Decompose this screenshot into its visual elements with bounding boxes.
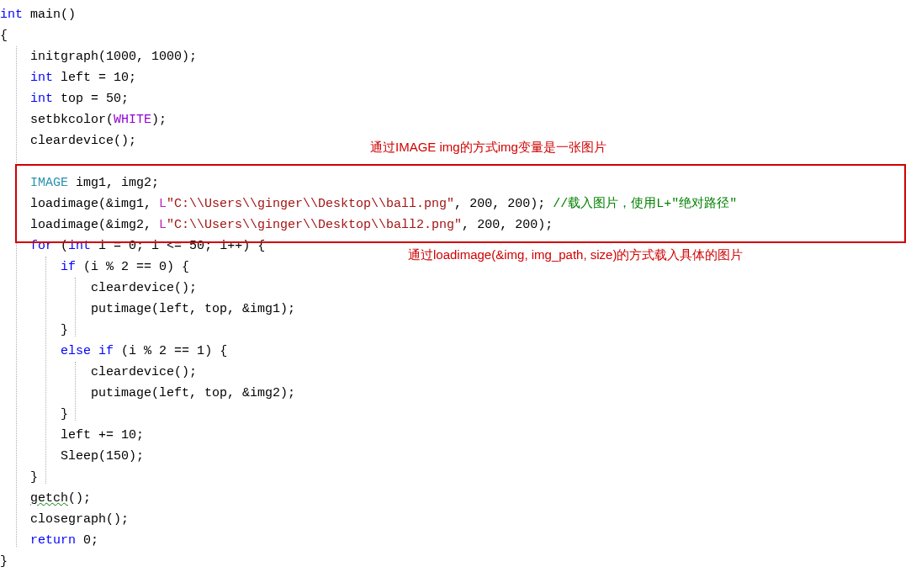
number: 200: [469, 197, 492, 211]
text: ;: [129, 71, 136, 85]
brace: {: [0, 29, 8, 43]
text: [91, 344, 98, 358]
number: 200: [507, 197, 530, 211]
indent-guide: [45, 257, 46, 484]
number: 1000: [151, 50, 182, 64]
number: 10: [114, 71, 129, 85]
code-line: int main(): [0, 4, 911, 25]
code-line: cleardevice();: [0, 278, 911, 299]
number: 50: [189, 239, 204, 253]
keyword: int: [30, 71, 53, 85]
text: );: [151, 113, 167, 127]
code-line: getch();: [0, 488, 911, 509]
text: (: [53, 239, 68, 253]
text: (i %: [114, 344, 159, 358]
brace: }: [0, 554, 8, 569]
text: [0, 239, 30, 253]
code-line: else if (i % 2 == 1) {: [0, 341, 911, 362]
code-line: {: [0, 25, 911, 46]
keyword: for: [30, 239, 53, 253]
text: putimage(left, top, &img1);: [0, 302, 295, 316]
text: i =: [91, 239, 129, 253]
text: [0, 92, 30, 106]
text: ,: [500, 218, 515, 232]
code-line: return 0;: [0, 530, 911, 551]
text: (): [61, 8, 76, 22]
text: [0, 533, 30, 548]
text: }: [0, 470, 38, 485]
text: cleardevice();: [0, 365, 197, 379]
code-block: int main() { initgraph(1000, 1000); int …: [0, 0, 911, 576]
constant: WHITE: [114, 113, 151, 127]
string-prefix: L: [159, 218, 167, 232]
text: ,: [492, 197, 507, 211]
number: 200: [515, 218, 538, 232]
indent-guide: [75, 362, 76, 421]
code-line: }: [0, 551, 911, 572]
code-line: int top = 50;: [0, 88, 911, 109]
indent-guide: [16, 46, 17, 547]
text: );: [538, 218, 553, 232]
string: "C:\\Users\\ginger\\Desktop\\ball2.png": [167, 218, 462, 232]
keyword: if: [98, 344, 114, 358]
code-line: }: [0, 320, 911, 341]
code-line: IMAGE img1, img2;: [0, 172, 911, 193]
number: 10: [121, 428, 136, 442]
string-prefix: L: [159, 197, 167, 211]
keyword: int: [68, 239, 91, 253]
text: [0, 491, 30, 506]
text: cleardevice();: [0, 134, 136, 148]
text: );: [129, 449, 144, 464]
text: top =: [53, 92, 106, 106]
text: ();: [68, 491, 91, 506]
text: (i %: [76, 260, 121, 274]
code-line: setbkcolor(WHITE);: [0, 109, 911, 130]
text: ) {: [167, 260, 189, 274]
text: }: [0, 407, 68, 421]
indent-guide: [75, 278, 76, 336]
text: ,: [454, 197, 469, 211]
number: 0: [129, 239, 136, 253]
type: IMAGE: [30, 176, 68, 190]
text: );: [182, 50, 197, 64]
text: img1, img2;: [68, 176, 159, 190]
number: 1: [197, 344, 204, 358]
comment: //载入图片，使用L+"绝对路径": [553, 197, 737, 211]
text: }: [0, 323, 68, 337]
string: "C:\\Users\\ginger\\Desktop\\ball.png": [167, 197, 454, 211]
code-line: }: [0, 467, 911, 488]
text: [0, 344, 61, 358]
number: 1000: [106, 50, 136, 64]
annotation-top: 通过IMAGE img的方式img变量是一张图片: [370, 136, 606, 157]
code-line: loadimage(&img2, L"C:\\Users\\ginger\\De…: [0, 215, 911, 236]
number: 2: [121, 260, 129, 274]
text: ;: [91, 533, 98, 548]
text: [0, 260, 61, 274]
text: closegraph();: [0, 512, 129, 527]
text: ;: [136, 428, 144, 442]
text: ==: [167, 344, 197, 358]
code-line: }: [0, 404, 911, 425]
text: setbkcolor(: [0, 113, 114, 127]
code-line: left += 10;: [0, 425, 911, 446]
code-line: putimage(left, top, &img1);: [0, 299, 911, 320]
text: left =: [53, 71, 114, 85]
annotation-bottom: 通过loadimage(&img, img_path, size)的方式载入具体…: [408, 244, 743, 265]
text: );: [530, 197, 553, 211]
code-line: Sleep(150);: [0, 446, 911, 467]
text: [76, 533, 83, 548]
text: ; i <=: [136, 239, 189, 253]
text: ; i++) {: [204, 239, 265, 253]
text: loadimage(&img2,: [0, 218, 159, 232]
text: ,: [462, 218, 477, 232]
text: [0, 176, 30, 190]
code-line: closegraph();: [0, 509, 911, 530]
number: 150: [106, 449, 129, 464]
text: cleardevice();: [0, 281, 197, 295]
keyword: return: [30, 533, 76, 548]
code-line: cleardevice();: [0, 362, 911, 383]
text: ,: [136, 50, 151, 64]
keyword: int: [0, 8, 23, 22]
keyword: else: [61, 344, 91, 358]
number: 0: [83, 533, 91, 548]
